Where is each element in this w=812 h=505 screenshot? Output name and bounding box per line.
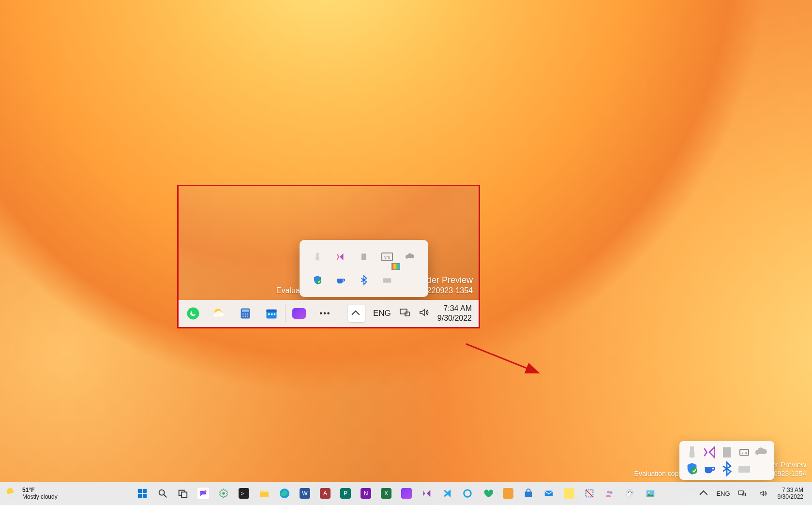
svg-rect-30	[138, 494, 142, 498]
svg-rect-0	[690, 446, 694, 453]
more-apps-icon[interactable]: •••	[315, 303, 336, 324]
visual-studio-tray-icon[interactable]	[331, 247, 351, 267]
notes-tray-icon[interactable]	[719, 445, 735, 460]
feedback-hub-icon[interactable]	[498, 484, 518, 503]
file-explorer-icon[interactable]	[255, 484, 274, 503]
defender-tray-icon[interactable]	[307, 270, 328, 290]
vmware-tray-icon[interactable]: vm	[377, 247, 397, 267]
bluetooth-tray-icon[interactable]	[719, 461, 735, 476]
svg-point-37	[222, 492, 225, 495]
vmware-tray-icon[interactable]: vm	[737, 445, 752, 460]
chevron-up-icon	[354, 311, 360, 316]
mail-icon[interactable]	[539, 484, 558, 503]
onedrive-tray-icon[interactable]	[400, 247, 421, 267]
usb-icon[interactable]	[307, 247, 328, 267]
widgets-button[interactable]: 51°F Mostly cloudy	[3, 487, 105, 500]
svg-rect-35	[181, 492, 187, 497]
start-button[interactable]	[133, 484, 152, 503]
taskbar-separator	[285, 305, 286, 322]
clipchamp-icon[interactable]	[288, 303, 310, 324]
visual-studio-icon[interactable]	[417, 484, 436, 503]
settings-icon[interactable]	[214, 484, 233, 503]
desktop-wallpaper[interactable]: Windows 11 Pro Insider Preview Evaluatio…	[0, 0, 812, 505]
cast-icon[interactable]	[399, 307, 410, 320]
edge-icon[interactable]	[275, 484, 294, 503]
keyboard-tray-icon[interactable]	[377, 270, 397, 290]
task-view-button[interactable]	[173, 484, 193, 503]
access-icon[interactable]: A	[316, 484, 335, 503]
word-icon[interactable]: W	[295, 484, 315, 503]
vscode-icon[interactable]	[437, 484, 457, 503]
svg-point-43	[607, 491, 610, 494]
volume-icon[interactable]	[418, 307, 430, 320]
terminal-icon[interactable]: >_	[234, 484, 254, 503]
svg-point-3	[691, 467, 697, 474]
clipchamp-icon[interactable]	[397, 484, 416, 503]
svg-point-16	[247, 313, 248, 315]
volume-icon[interactable]	[753, 484, 773, 503]
taskbar: 51°F Mostly cloudy >_ W A P N X	[0, 482, 812, 505]
cast-icon[interactable]	[732, 484, 752, 503]
inset-taskbar: ••• ENG 7:34 AM 9/30/2022	[179, 300, 479, 327]
svg-point-10	[187, 308, 199, 320]
caffeine-tray-icon[interactable]	[702, 461, 717, 476]
onedrive-tray-icon[interactable]	[754, 445, 769, 460]
svg-rect-9	[383, 278, 391, 282]
svg-rect-4	[738, 466, 750, 473]
notes-tray-icon[interactable]	[354, 247, 374, 267]
language-indicator[interactable]: ENG	[373, 309, 391, 318]
taskbar-clock[interactable]: 7:34 AM 9/30/2022	[437, 304, 475, 323]
svg-rect-23	[271, 313, 273, 315]
svg-point-8	[316, 279, 321, 284]
usb-icon[interactable]	[684, 445, 700, 460]
taskbar-clock[interactable]: 7:33 AM 9/30/2022	[775, 487, 806, 500]
store-icon[interactable]	[519, 484, 538, 503]
weather-desc: Mostly cloudy	[22, 493, 58, 500]
svg-rect-29	[143, 489, 147, 493]
people-icon[interactable]	[600, 484, 619, 503]
publisher-icon[interactable]: P	[336, 484, 355, 503]
bluetooth-tray-icon[interactable]	[354, 270, 374, 290]
cortana-icon[interactable]	[458, 484, 477, 503]
caffeine-tray-icon[interactable]	[331, 270, 351, 290]
svg-point-47	[631, 492, 632, 493]
annotation-arrow	[464, 342, 546, 380]
show-hidden-icons-button[interactable]	[348, 305, 365, 322]
show-hidden-icons-button[interactable]	[695, 484, 714, 503]
svg-point-18	[245, 315, 246, 317]
svg-rect-21	[267, 310, 277, 312]
visual-studio-tray-icon[interactable]	[702, 445, 717, 460]
inset-system-tray-flyout[interactable]: vm	[300, 240, 428, 297]
onenote-icon[interactable]: N	[356, 484, 376, 503]
clock-date: 9/30/2022	[437, 313, 472, 323]
language-indicator[interactable]: ENG	[716, 490, 730, 497]
family-icon[interactable]	[478, 484, 497, 503]
svg-rect-50	[738, 491, 744, 495]
chevron-up-icon	[702, 490, 707, 496]
defender-tray-icon[interactable]	[684, 461, 700, 476]
sticky-notes-icon[interactable]	[559, 484, 579, 503]
weather-temp: 51°F	[22, 487, 58, 493]
photos-icon[interactable]	[641, 484, 660, 503]
clock-time: 7:34 AM	[437, 304, 472, 313]
svg-rect-41	[545, 491, 553, 496]
taskbar-app-list: >_ W A P N X	[105, 484, 688, 503]
whatsapp-icon[interactable]	[182, 303, 204, 324]
excel-icon[interactable]: X	[376, 484, 396, 503]
svg-rect-7	[361, 253, 366, 260]
svg-rect-5	[316, 253, 319, 257]
svg-point-44	[610, 491, 613, 494]
chat-icon[interactable]	[194, 484, 213, 503]
calendar-icon[interactable]	[261, 303, 282, 324]
system-tray-flyout[interactable]: vm	[679, 441, 774, 480]
svg-rect-22	[268, 313, 270, 315]
paint-icon[interactable]	[620, 484, 640, 503]
snipping-tool-icon[interactable]	[580, 484, 599, 503]
svg-rect-28	[138, 489, 142, 493]
svg-rect-1	[690, 452, 695, 458]
calculator-icon[interactable]	[235, 303, 256, 324]
svg-rect-31	[143, 494, 147, 498]
keyboard-tray-icon[interactable]	[737, 461, 752, 476]
weather-app-icon[interactable]	[209, 303, 230, 324]
search-button[interactable]	[153, 484, 172, 503]
